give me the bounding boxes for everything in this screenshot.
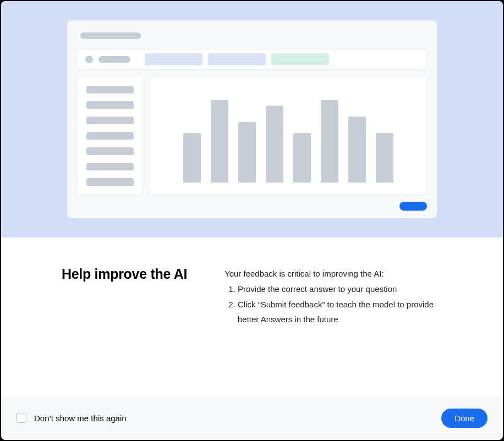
mock-chart-bar	[238, 122, 256, 183]
step-item: Provide the correct answer to your quest…	[238, 282, 442, 297]
mock-chart-bar	[293, 133, 311, 183]
page-title: Help improve the AI	[62, 266, 205, 282]
mock-sidebar-item	[86, 178, 134, 186]
onboarding-modal: Help improve the AI Your feedback is cri…	[1, 1, 503, 440]
mock-chart-bar	[183, 133, 201, 183]
dont-show-again-label: Don’t show me this again	[34, 414, 127, 423]
mock-title-placeholder	[80, 32, 141, 39]
dont-show-again-wrap[interactable]: Don’t show me this again	[17, 413, 127, 423]
mock-pill-2	[208, 53, 266, 65]
mock-pill-3	[271, 53, 329, 65]
mock-chart-bar	[321, 100, 338, 183]
mock-sidebar-item	[86, 132, 134, 140]
mock-chart-bar	[211, 100, 228, 183]
mock-toolbar-text	[98, 56, 130, 63]
content-left: Help improve the AI	[62, 266, 205, 396]
mock-toolbar	[77, 49, 427, 70]
mock-chart-bar	[348, 117, 366, 183]
mock-sidebar	[77, 76, 143, 195]
mock-sidebar-item	[86, 117, 134, 124]
mock-body	[77, 76, 427, 195]
steps-list: Provide the correct answer to your quest…	[224, 282, 442, 327]
content-section: Help improve the AI Your feedback is cri…	[1, 238, 503, 396]
mock-chart-bar	[266, 106, 283, 183]
mock-app-window	[67, 20, 437, 218]
done-button[interactable]: Done	[441, 409, 487, 428]
mock-chart	[150, 76, 427, 195]
content-right: Your feedback is critical to improving t…	[224, 266, 442, 396]
mock-sidebar-item	[86, 147, 134, 155]
dont-show-again-checkbox[interactable]	[17, 413, 26, 423]
mock-sidebar-item	[86, 86, 134, 93]
mock-primary-button	[399, 202, 427, 211]
mock-chart-bar	[376, 133, 393, 183]
mock-footer	[77, 202, 427, 211]
mock-sidebar-item	[86, 101, 134, 109]
hero-illustration	[1, 1, 503, 238]
mock-sidebar-item	[86, 163, 134, 170]
step-item: Click “Submit feedback” to teach the mod…	[238, 297, 442, 328]
intro-text: Your feedback is critical to improving t…	[224, 266, 442, 282]
mock-pill-1	[145, 53, 202, 65]
modal-footer: Don’t show me this again Done	[1, 396, 503, 440]
mock-avatar-dot	[85, 56, 93, 63]
